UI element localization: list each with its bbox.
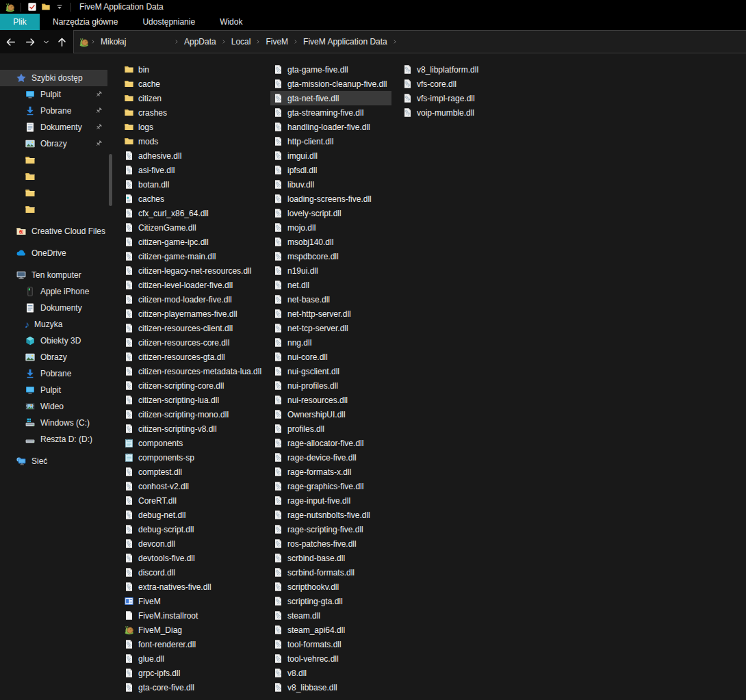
file-item[interactable]: rage-nutsnbolts-five.dll — [270, 508, 391, 522]
file-item[interactable]: citizen-legacy-net-resources.dll — [121, 263, 268, 278]
file-item[interactable]: glue.dll — [121, 651, 268, 666]
file-item[interactable]: gta-streaming-five.dll — [270, 105, 391, 120]
sidebar-item-szybki-dostęp[interactable]: Szybki dostęp — [0, 70, 107, 86]
file-item[interactable]: citizen-game-ipc.dll — [121, 235, 268, 249]
file-item[interactable]: logs — [121, 120, 268, 134]
sidebar-item-obrazy[interactable]: Obrazy — [0, 349, 107, 365]
file-item[interactable]: tool-formats.dll — [270, 637, 391, 651]
file-item[interactable]: rage-formats-x.dll — [270, 465, 391, 479]
file-item[interactable]: CoreRT.dll — [121, 493, 268, 508]
file-item[interactable]: cfx_curl_x86_64.dll — [121, 206, 268, 220]
pin-icon[interactable] — [94, 107, 103, 115]
file-item[interactable]: citizen-resources-gta.dll — [121, 350, 268, 364]
breadcrumb-item[interactable]: AppData — [181, 37, 220, 47]
breadcrumb-chevron-icon[interactable] — [255, 38, 261, 45]
file-item[interactable]: crashes — [121, 105, 268, 120]
file-item[interactable]: citizen-scripting-v8.dll — [121, 422, 268, 436]
file-item[interactable]: vfs-impl-rage.dll — [400, 91, 521, 105]
breadcrumb-item[interactable]: Mikołaj — [97, 37, 172, 47]
file-item[interactable]: rage-allocator-five.dll — [270, 436, 391, 450]
new-folder-button[interactable] — [39, 1, 53, 13]
sidebar-item-folder[interactable] — [0, 201, 107, 218]
tab-home[interactable]: Narzędzia główne — [41, 14, 129, 30]
file-item[interactable]: mods — [121, 134, 268, 148]
file-item[interactable]: mspdbcore.dll — [270, 249, 391, 263]
file-item[interactable]: caches — [121, 192, 268, 206]
file-item[interactable]: FiveM — [121, 594, 268, 608]
file-item[interactable]: gta-core-five.dll — [121, 680, 268, 695]
file-item[interactable]: CitizenGame.dll — [121, 220, 268, 235]
file-item[interactable]: libuv.dll — [270, 177, 391, 192]
file-item[interactable]: citizen-resources-core.dll — [121, 335, 268, 350]
sidebar-item-dokumenty[interactable]: Dokumenty — [0, 300, 107, 316]
file-item[interactable]: mojo.dll — [270, 220, 391, 235]
file-item[interactable]: citizen-resources-client.dll — [121, 321, 268, 335]
file-item[interactable]: asi-five.dll — [121, 163, 268, 177]
tab-view[interactable]: Widok — [208, 14, 254, 30]
file-item[interactable]: citizen-level-loader-five.dll — [121, 278, 268, 292]
file-item[interactable]: gta-net-five.dll — [270, 91, 391, 105]
file-item[interactable]: v8.dll — [270, 666, 391, 680]
file-item[interactable]: net-tcp-server.dll — [270, 321, 391, 335]
breadcrumb-chevron-icon[interactable] — [292, 38, 299, 45]
file-item[interactable]: font-renderer.dll — [121, 637, 268, 651]
file-item[interactable]: citizen — [121, 91, 268, 105]
file-item[interactable]: ros-patches-five.dll — [270, 536, 391, 551]
sidebar-item-creative-cloud-files[interactable]: Creative Cloud Files — [0, 223, 107, 239]
file-item[interactable]: citizen-mod-loader-five.dll — [121, 292, 268, 307]
history-dropdown-chevron-icon[interactable] — [40, 33, 52, 51]
sidebar-scrollbar-thumb[interactable] — [109, 154, 112, 206]
file-item[interactable]: citizen-scripting-mono.dll — [121, 407, 268, 422]
file-item[interactable]: nng.dll — [270, 335, 391, 350]
file-item[interactable]: citizen-scripting-lua.dll — [121, 393, 268, 407]
sidebar-item-onedrive[interactable]: OneDrive — [0, 245, 107, 261]
file-item[interactable]: voip-mumble.dll — [400, 105, 521, 120]
sidebar-item-pobrane[interactable]: Pobrane — [0, 365, 107, 382]
pin-icon[interactable] — [94, 123, 103, 131]
sidebar-item-wideo[interactable]: Wideo — [0, 398, 107, 415]
file-item[interactable]: tool-vehrec.dll — [270, 651, 391, 666]
customize-toolbar-chevron-icon[interactable] — [53, 1, 66, 13]
file-item[interactable]: citizen-resources-metadata-lua.dll — [121, 364, 268, 378]
file-item[interactable]: rage-device-five.dll — [270, 450, 391, 465]
sidebar-item-folder[interactable] — [0, 152, 107, 168]
tab-file[interactable]: Plik — [0, 14, 40, 30]
file-item[interactable]: rage-input-five.dll — [270, 493, 391, 508]
file-item[interactable]: imgui.dll — [270, 148, 391, 163]
pin-icon[interactable] — [94, 140, 103, 148]
sidebar-item-dokumenty[interactable]: Dokumenty — [0, 119, 107, 135]
file-item[interactable]: debug-net.dll — [121, 508, 268, 522]
file-item[interactable]: nui-core.dll — [270, 350, 391, 364]
file-item[interactable]: net-base.dll — [270, 292, 391, 307]
sidebar-item-pobrane[interactable]: Pobrane — [0, 103, 107, 119]
forward-button[interactable] — [21, 33, 40, 51]
file-item[interactable]: adhesive.dll — [121, 148, 268, 163]
tab-share[interactable]: Udostępnianie — [131, 14, 207, 30]
file-item[interactable]: OwnershipUI.dll — [270, 407, 391, 422]
file-item[interactable]: handling-loader-five.dll — [270, 120, 391, 134]
file-item[interactable]: steam.dll — [270, 608, 391, 623]
file-item[interactable]: nui-profiles.dll — [270, 378, 391, 393]
pin-icon[interactable] — [94, 90, 103, 99]
file-item[interactable]: citizen-game-main.dll — [121, 249, 268, 263]
file-item[interactable]: ipfsdl.dll — [270, 163, 391, 177]
sidebar-item-windows-c[interactable]: Windows (C:) — [0, 415, 107, 431]
file-item[interactable]: devtools-five.dll — [121, 551, 268, 565]
file-item[interactable]: scripthookv.dll — [270, 580, 391, 594]
file-item[interactable]: FiveM.installroot — [121, 608, 268, 623]
file-item[interactable]: conhost-v2.dll — [121, 479, 268, 493]
file-item[interactable]: devcon.dll — [121, 536, 268, 551]
breadcrumb-chevron-icon[interactable] — [173, 38, 180, 45]
sidebar-item-obiekty-3d[interactable]: Obiekty 3D — [0, 333, 107, 349]
sidebar-item-sieć[interactable]: Sieć — [0, 453, 107, 469]
file-item[interactable]: cache — [121, 77, 268, 91]
breadcrumb-chevron-icon[interactable] — [90, 38, 97, 45]
sidebar-item-obrazy[interactable]: Obrazy — [0, 135, 107, 152]
breadcrumb-item[interactable]: Local — [228, 37, 255, 47]
sidebar-item-folder[interactable] — [0, 168, 107, 185]
sidebar-item-reszta-d-d[interactable]: Reszta D: (D:) — [0, 431, 107, 448]
file-item[interactable]: rage-scripting-five.dll — [270, 522, 391, 536]
file-item[interactable]: botan.dll — [121, 177, 268, 192]
file-item[interactable]: citizen-scripting-core.dll — [121, 378, 268, 393]
breadcrumb-item[interactable]: FiveM — [262, 37, 292, 47]
